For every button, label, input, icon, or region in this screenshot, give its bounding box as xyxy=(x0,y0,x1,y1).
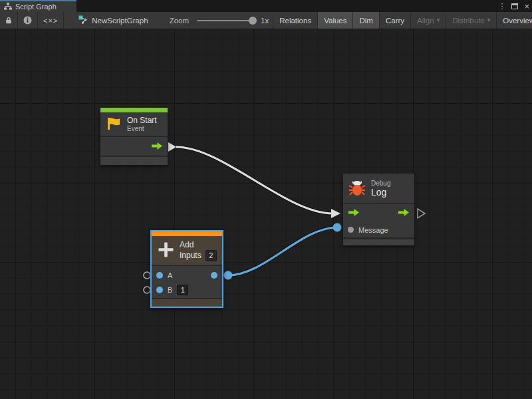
node-footer xyxy=(343,239,414,245)
node-footer xyxy=(152,299,222,307)
align-dropdown[interactable]: Align ▾ xyxy=(410,12,446,29)
port-label: B xyxy=(168,286,172,294)
flag-icon xyxy=(106,116,122,132)
node-on-start[interactable]: On Start Event xyxy=(100,108,168,165)
tab-script-graph[interactable]: Script Graph xyxy=(0,0,76,12)
edit-source-button[interactable]: <×> xyxy=(38,12,64,29)
wire-endpoint-dot xyxy=(224,271,233,280)
script-graph-window: Script Graph ⋮ × <×> xyxy=(0,0,532,399)
node-debug-log[interactable]: Debug Log Message xyxy=(343,174,414,245)
zoom-value: 1x xyxy=(261,17,269,25)
exec-input-port[interactable] xyxy=(348,208,360,218)
exec-output-port[interactable] xyxy=(398,208,410,218)
node-footer xyxy=(100,157,168,165)
wire-start-arrow-icon xyxy=(168,142,176,152)
inputs-label: Inputs xyxy=(180,251,201,260)
lock-icon xyxy=(5,16,12,25)
inputs-count-field[interactable]: 2 xyxy=(205,250,217,261)
node-title: Log xyxy=(371,187,390,198)
unconnected-exec-output-icon[interactable] xyxy=(418,209,425,218)
carry-button[interactable]: Carry xyxy=(379,12,410,29)
node-title: On Start xyxy=(127,116,157,125)
dim-button[interactable]: Dim xyxy=(352,12,378,29)
graph-toolbar: <×> NewScriptGraph Zoom 1x Relations xyxy=(0,12,532,29)
relations-button[interactable]: Relations xyxy=(273,12,317,29)
wire-onstart-to-log[interactable] xyxy=(176,147,332,213)
graph-asset-breadcrumb[interactable]: NewScriptGraph xyxy=(78,12,148,29)
wires-layer xyxy=(0,29,532,399)
unconnected-input-b-icon[interactable] xyxy=(144,287,150,293)
node-add[interactable]: Add Inputs 2 A B 1 xyxy=(150,230,223,308)
wire-endpoint-dot xyxy=(333,223,342,232)
maximize-icon[interactable] xyxy=(511,3,518,9)
script-graph-asset-icon xyxy=(78,15,88,26)
info-icon xyxy=(23,16,32,25)
port-label: A xyxy=(168,271,172,279)
message-input-port[interactable] xyxy=(348,227,354,233)
close-icon[interactable]: × xyxy=(524,2,529,11)
window-menu-icon[interactable]: ⋮ xyxy=(498,3,505,10)
input-b-value-field[interactable]: 1 xyxy=(177,285,188,295)
node-category: Debug xyxy=(371,180,390,187)
chevron-down-icon: ▾ xyxy=(437,17,440,23)
port-label: Message xyxy=(358,226,388,234)
overview-button[interactable]: Overview xyxy=(496,12,532,29)
math-color-bar xyxy=(152,231,222,236)
exec-output-port[interactable] xyxy=(151,142,163,152)
event-color-bar xyxy=(100,108,168,112)
lock-button[interactable] xyxy=(0,12,18,29)
code-icon: <×> xyxy=(43,17,58,25)
title-bar: Script Graph ⋮ × xyxy=(0,0,532,12)
wire-add-to-message[interactable] xyxy=(228,227,337,275)
node-subtitle: Event xyxy=(127,125,157,132)
info-button[interactable] xyxy=(18,12,38,29)
bug-icon xyxy=(348,180,366,198)
graph-name-label: NewScriptGraph xyxy=(92,17,148,25)
zoom-label: Zoom xyxy=(170,17,189,25)
zoom-slider[interactable] xyxy=(197,20,255,21)
zoom-slider-knob[interactable] xyxy=(249,17,257,25)
graph-canvas[interactable]: On Start Event xyxy=(0,29,532,399)
plus-icon xyxy=(158,241,174,259)
graph-hierarchy-icon xyxy=(4,3,12,11)
input-a-port[interactable] xyxy=(156,272,163,279)
input-b-port[interactable] xyxy=(156,287,163,293)
wire-end-arrow-icon xyxy=(331,209,340,218)
node-title: Add xyxy=(180,240,217,249)
unconnected-input-a-icon[interactable] xyxy=(144,272,150,279)
chevron-down-icon: ▾ xyxy=(487,17,491,23)
sum-output-port[interactable] xyxy=(211,272,217,279)
distribute-dropdown[interactable]: Distribute ▾ xyxy=(446,12,496,29)
tab-label: Script Graph xyxy=(15,3,57,11)
values-button[interactable]: Values xyxy=(317,12,352,29)
